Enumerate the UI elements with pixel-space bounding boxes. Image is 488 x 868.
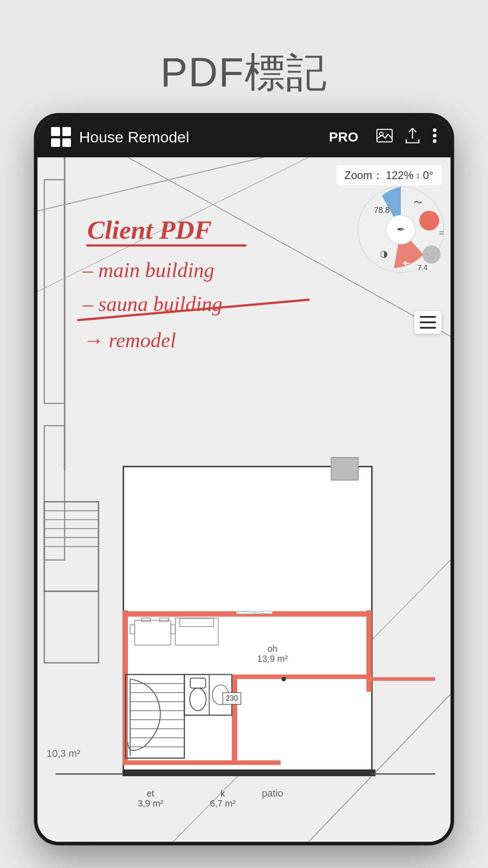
page-title: PDF標記 (160, 50, 328, 95)
svg-point-29 (422, 245, 441, 264)
svg-text:〜: 〜 (413, 198, 422, 208)
svg-text:– main building: – main building (82, 259, 214, 282)
phone-screen: House Remodel PRO (38, 117, 450, 842)
svg-text:Client PDF: Client PDF (87, 215, 212, 245)
svg-text:13,9 m²: 13,9 m² (257, 654, 288, 664)
image-icon[interactable] (376, 129, 393, 146)
header-icons (376, 128, 437, 146)
svg-point-2 (433, 128, 436, 132)
svg-text:78.8: 78.8 (374, 206, 389, 215)
svg-rect-47 (331, 458, 358, 480)
svg-text:→ remodel: → remodel (83, 329, 176, 352)
svg-rect-46 (232, 675, 372, 679)
app-header: House Remodel PRO (38, 117, 450, 157)
svg-text:k: k (221, 788, 225, 798)
phone-frame: House Remodel PRO (34, 113, 454, 845)
svg-point-73 (282, 677, 286, 681)
hamburger-line-2 (420, 321, 436, 323)
radial-menu[interactable]: ✒ 〜 = ➜ ◑ 78.8 7.4 (356, 182, 446, 273)
pro-badge: PRO (329, 129, 358, 145)
grid-icon[interactable] (51, 127, 71, 147)
svg-point-27 (419, 211, 439, 231)
hamburger-menu-button[interactable] (414, 311, 441, 334)
svg-text:oh: oh (267, 644, 277, 654)
hamburger-line-1 (420, 316, 436, 318)
upload-icon[interactable] (405, 128, 420, 146)
svg-text:✒: ✒ (397, 224, 405, 235)
svg-text:patio: patio (262, 788, 283, 799)
zoom-value: 122% (386, 169, 413, 182)
app-title: House Remodel (79, 128, 329, 146)
svg-rect-45 (232, 675, 237, 765)
svg-text:=: = (439, 228, 444, 237)
app-content: 10,3 m² Zoom： 122% ↕ 0° (38, 157, 450, 842)
svg-text:6,7 m²: 6,7 m² (210, 798, 236, 808)
svg-text:3,9 m²: 3,9 m² (138, 798, 164, 808)
svg-rect-85 (122, 769, 375, 776)
zoom-extra: ↕ (416, 171, 420, 180)
svg-text:◑: ◑ (380, 249, 388, 259)
floor-plan-svg: oh 13,9 m² et 3,9 m² k 6,7 m² patio 230 … (56, 453, 435, 824)
svg-text:➜: ➜ (403, 259, 410, 269)
svg-text:– sauna building: – sauna building (82, 292, 222, 316)
annotations-svg: Client PDF – main building – sauna build… (74, 203, 336, 392)
hamburger-line-3 (420, 327, 436, 329)
svg-text:230: 230 (226, 694, 238, 702)
more-icon[interactable] (432, 128, 437, 146)
svg-text:et: et (147, 788, 155, 798)
zoom-label: Zoom： (344, 168, 383, 183)
svg-point-3 (433, 134, 436, 137)
zoom-rotation: 0° (423, 169, 433, 182)
svg-rect-44 (122, 760, 281, 765)
svg-text:7.4: 7.4 (418, 264, 427, 272)
svg-point-4 (433, 139, 436, 143)
